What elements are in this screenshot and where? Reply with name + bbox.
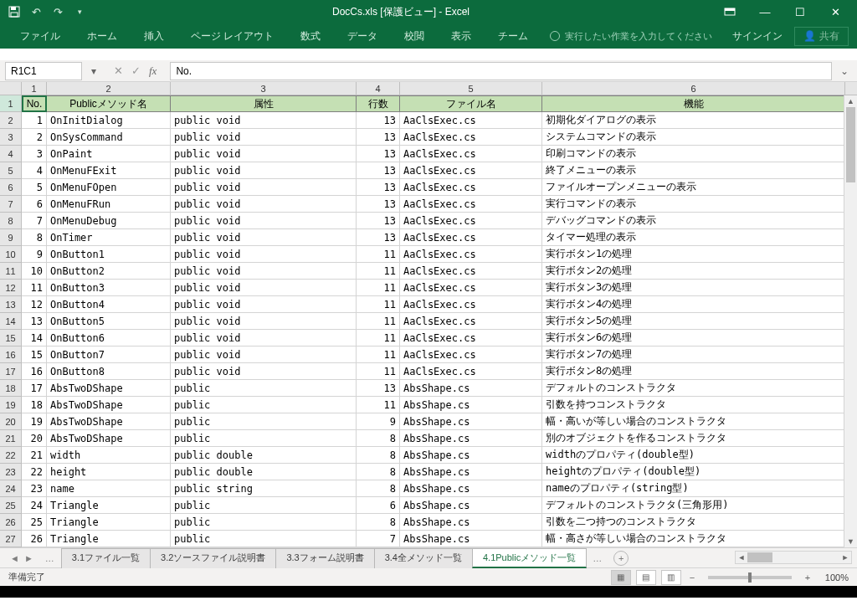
cell-lines[interactable]: 11 bbox=[357, 346, 400, 363]
cell-no[interactable]: 1 bbox=[22, 112, 47, 129]
cell-desc[interactable]: 初期化ダイアログの表示 bbox=[542, 112, 845, 129]
signin-link[interactable]: サインイン bbox=[732, 29, 783, 44]
cell-attr[interactable]: public bbox=[171, 380, 357, 397]
row-header[interactable]: 25 bbox=[0, 497, 22, 514]
row-header[interactable]: 24 bbox=[0, 480, 22, 497]
cell-method[interactable]: name bbox=[47, 480, 171, 497]
col-header[interactable]: 2 bbox=[47, 82, 171, 95]
enter-formula-icon[interactable]: ✓ bbox=[131, 64, 141, 78]
cell-desc[interactable]: 終了メニューの表示 bbox=[542, 162, 845, 179]
cell-file[interactable]: AaClsExec.cs bbox=[400, 363, 542, 380]
cell-attr[interactable]: public void bbox=[171, 346, 357, 363]
cell-file[interactable]: AbsShape.cs bbox=[400, 464, 542, 480]
cell-desc[interactable]: ファイルオープンメニューの表示 bbox=[542, 179, 845, 196]
cell-attr[interactable]: public bbox=[171, 531, 357, 547]
hscroll-thumb[interactable] bbox=[747, 552, 772, 562]
cell-method[interactable]: OnButton5 bbox=[47, 313, 171, 330]
cell-attr[interactable]: public void bbox=[171, 146, 357, 162]
cell-lines[interactable]: 13 bbox=[357, 380, 400, 397]
cell-method[interactable]: AbsTwoDShape bbox=[47, 380, 171, 397]
cell-method[interactable]: OnMenuFOpen bbox=[47, 179, 171, 196]
cell-desc[interactable]: nameのプロパティ(string型) bbox=[542, 480, 845, 497]
row-header[interactable]: 5 bbox=[0, 162, 22, 179]
cell-lines[interactable]: 13 bbox=[357, 229, 400, 246]
tab-insert[interactable]: 挿入 bbox=[132, 24, 176, 49]
cell-file[interactable]: AaClsExec.cs bbox=[400, 246, 542, 263]
cell-method[interactable]: OnInitDialog bbox=[47, 112, 171, 129]
row-header[interactable]: 15 bbox=[0, 330, 22, 346]
cell-no[interactable]: 23 bbox=[22, 480, 47, 497]
cell-desc[interactable]: 引数を持つコンストラクタ bbox=[542, 397, 845, 413]
qat-customize-icon[interactable]: ▾ bbox=[70, 3, 89, 21]
cell-method[interactable]: OnButton1 bbox=[47, 246, 171, 263]
cell-no[interactable]: 3 bbox=[22, 146, 47, 162]
row-header[interactable]: 6 bbox=[0, 179, 22, 196]
zoom-percent[interactable]: 100% bbox=[825, 572, 849, 583]
cell-lines[interactable]: 8 bbox=[357, 464, 400, 480]
cell-file[interactable]: AaClsExec.cs bbox=[400, 162, 542, 179]
cell-attr[interactable]: public void bbox=[171, 313, 357, 330]
cell-desc[interactable]: デバッグコマンドの表示 bbox=[542, 213, 845, 229]
row-header[interactable]: 3 bbox=[0, 129, 22, 146]
cell-file[interactable]: AaClsExec.cs bbox=[400, 129, 542, 146]
row-header[interactable]: 2 bbox=[0, 112, 22, 129]
cell-lines[interactable]: 9 bbox=[357, 413, 400, 430]
tab-view[interactable]: 表示 bbox=[439, 24, 483, 49]
cell-attr[interactable]: public void bbox=[171, 296, 357, 313]
cell-method[interactable]: OnSysCommand bbox=[47, 129, 171, 146]
cell-file[interactable]: AaClsExec.cs bbox=[400, 263, 542, 280]
ribbon-display-button[interactable] bbox=[713, 1, 747, 23]
horizontal-scrollbar[interactable]: ◄ ► bbox=[735, 551, 852, 564]
cell-attr[interactable]: public double bbox=[171, 447, 357, 464]
col-header[interactable]: 5 bbox=[400, 82, 542, 95]
header-cell-func[interactable]: 機能 bbox=[542, 95, 845, 112]
cell-attr[interactable]: public bbox=[171, 514, 357, 531]
zoom-slider[interactable] bbox=[708, 576, 792, 579]
cell-attr[interactable]: public bbox=[171, 413, 357, 430]
cell-file[interactable]: AbsShape.cs bbox=[400, 497, 542, 514]
cell-no[interactable]: 15 bbox=[22, 346, 47, 363]
close-button[interactable]: ✕ bbox=[819, 1, 852, 23]
cell-desc[interactable]: 幅・高いが等しい場合のコンストラクタ bbox=[542, 413, 845, 430]
tab-pagelayout[interactable]: ページ レイアウト bbox=[179, 24, 285, 49]
cell-method[interactable]: width bbox=[47, 447, 171, 464]
cell-no[interactable]: 5 bbox=[22, 179, 47, 196]
sheet-nav-prev-icon[interactable]: ◄ bbox=[10, 553, 19, 563]
col-header[interactable]: 4 bbox=[357, 82, 400, 95]
row-header[interactable]: 21 bbox=[0, 430, 22, 447]
row-header[interactable]: 9 bbox=[0, 229, 22, 246]
cell-no[interactable]: 16 bbox=[22, 363, 47, 380]
cell-lines[interactable]: 8 bbox=[357, 480, 400, 497]
cell-desc[interactable]: 引数を二つ持つのコンストラクタ bbox=[542, 514, 845, 531]
row-header[interactable]: 4 bbox=[0, 146, 22, 162]
cell-method[interactable]: OnButton3 bbox=[47, 280, 171, 296]
col-header[interactable]: 1 bbox=[22, 82, 47, 95]
cell-lines[interactable]: 13 bbox=[357, 146, 400, 162]
cell-no[interactable]: 2 bbox=[22, 129, 47, 146]
page-break-view-button[interactable]: ▥ bbox=[661, 570, 681, 585]
select-all-corner[interactable] bbox=[0, 82, 22, 95]
cell-attr[interactable]: public void bbox=[171, 196, 357, 213]
cell-lines[interactable]: 13 bbox=[357, 196, 400, 213]
cell-attr[interactable]: public void bbox=[171, 162, 357, 179]
cell-lines[interactable]: 8 bbox=[357, 447, 400, 464]
cell-method[interactable]: OnButton6 bbox=[47, 330, 171, 346]
row-header[interactable]: 20 bbox=[0, 413, 22, 430]
row-header[interactable]: 19 bbox=[0, 397, 22, 413]
cell-no[interactable]: 7 bbox=[22, 213, 47, 229]
cell-attr[interactable]: public bbox=[171, 430, 357, 447]
scroll-up-icon[interactable]: ▲ bbox=[844, 95, 857, 107]
formula-expand-icon[interactable]: ⌄ bbox=[837, 65, 852, 77]
tab-home[interactable]: ホーム bbox=[75, 24, 129, 49]
cell-method[interactable]: AbsTwoDShape bbox=[47, 413, 171, 430]
cell-lines[interactable]: 11 bbox=[357, 246, 400, 263]
cell-method[interactable]: OnButton2 bbox=[47, 263, 171, 280]
sheet-tab[interactable]: 4.1Publicメソッド一覧 bbox=[472, 548, 587, 568]
cell-attr[interactable]: public bbox=[171, 397, 357, 413]
cell-lines[interactable]: 13 bbox=[357, 112, 400, 129]
cell-no[interactable]: 12 bbox=[22, 296, 47, 313]
sheet-tab[interactable]: 3.4全メソッド一覧 bbox=[374, 548, 473, 568]
cell-desc[interactable]: 実行ボタン3の処理 bbox=[542, 280, 845, 296]
cell-attr[interactable]: public void bbox=[171, 213, 357, 229]
cell-attr[interactable]: public void bbox=[171, 129, 357, 146]
